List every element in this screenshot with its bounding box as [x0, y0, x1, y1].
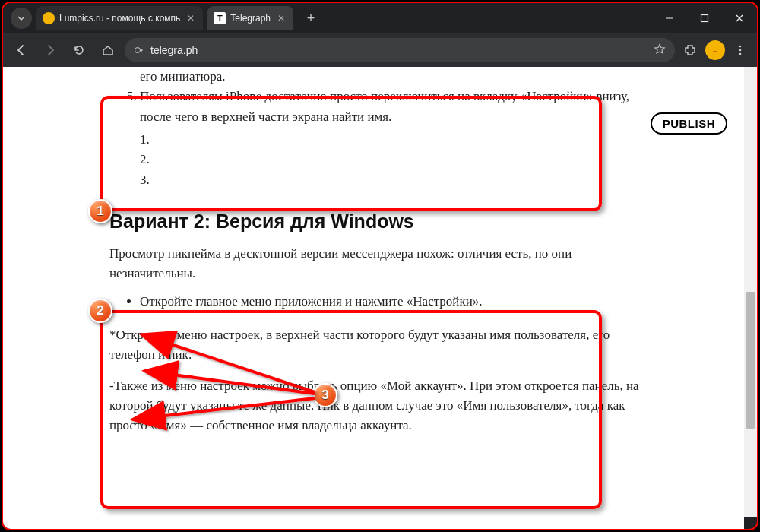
sub-item: 1. [140, 130, 657, 150]
tab-lumpics[interactable]: Lumpics.ru - помощь с компь ✕ [36, 6, 203, 30]
close-window-button[interactable] [722, 3, 757, 33]
tab-telegraph[interactable]: T Telegraph ✕ [207, 6, 293, 30]
tabs-dropdown[interactable] [11, 8, 32, 29]
sub-item: 3. [140, 170, 657, 190]
app-window: Lumpics.ru - помощь с компь ✕ T Telegrap… [2, 2, 758, 530]
minimize-button[interactable] [652, 3, 687, 33]
close-icon[interactable]: ✕ [275, 13, 287, 24]
url-text: telegra.ph [150, 44, 198, 56]
home-button[interactable] [96, 38, 120, 62]
page-viewport: его миниатюра. Пользователям iPhone дост… [3, 67, 744, 529]
tab-title: Telegraph [230, 13, 271, 24]
scrollbar-track[interactable] [744, 67, 757, 517]
svg-rect-1 [701, 15, 708, 22]
svg-point-6 [739, 46, 742, 48]
svg-point-5 [710, 45, 720, 55]
svg-point-7 [739, 49, 742, 52]
dash-paragraph: -Также из меню настроек можно выбрать оп… [109, 376, 657, 436]
favicon-telegraph: T [214, 12, 226, 24]
svg-point-2 [135, 48, 141, 53]
new-tab-button[interactable]: + [301, 8, 321, 28]
desc-variant-2: Просмотр никнейма в десктопной версии ме… [109, 244, 657, 284]
extensions-icon[interactable] [679, 40, 701, 61]
publish-label: PUBLISH [663, 117, 715, 130]
forward-button[interactable] [38, 38, 62, 62]
sub-item: 2. [140, 150, 657, 169]
tab-title: Lumpics.ru - помощь с компь [59, 13, 180, 24]
browser-toolbar: telegra.ph [3, 33, 757, 67]
close-icon[interactable]: ✕ [185, 13, 197, 24]
site-info-icon[interactable] [134, 45, 144, 55]
titlebar: Lumpics.ru - помощь с компь ✕ T Telegrap… [3, 3, 757, 33]
address-bar[interactable]: telegra.ph [125, 38, 675, 62]
bullet-item: Откройте главное меню приложения и нажми… [140, 292, 657, 312]
window-controls [652, 3, 757, 33]
heading-variant-2: Вариант 2: Версия для Windows [109, 207, 657, 236]
reload-button[interactable] [67, 38, 91, 62]
item5-text: Пользователям iPhone достаточно просто п… [140, 89, 629, 123]
svg-point-8 [739, 53, 742, 55]
publish-button[interactable]: PUBLISH [651, 112, 727, 135]
back-button[interactable] [9, 38, 33, 62]
ordered-list: Пользователям iPhone достаточно просто п… [109, 87, 657, 190]
profile-avatar[interactable] [705, 40, 725, 60]
star-paragraph: *Откроется меню настроек, в верхней част… [109, 325, 657, 366]
fragment-text: его миниатюра. [109, 67, 657, 87]
bullet-list: Откройте главное меню приложения и нажми… [109, 292, 657, 312]
bookmark-star-icon[interactable] [654, 43, 666, 58]
favicon-lumpics [43, 12, 55, 24]
menu-button[interactable] [730, 40, 751, 61]
telegraph-article[interactable]: его миниатюра. Пользователям iPhone дост… [109, 67, 657, 436]
maximize-button[interactable] [687, 3, 722, 33]
list-item-5: Пользователям iPhone достаточно просто п… [140, 87, 657, 190]
scrollbar-thumb[interactable] [746, 292, 755, 429]
